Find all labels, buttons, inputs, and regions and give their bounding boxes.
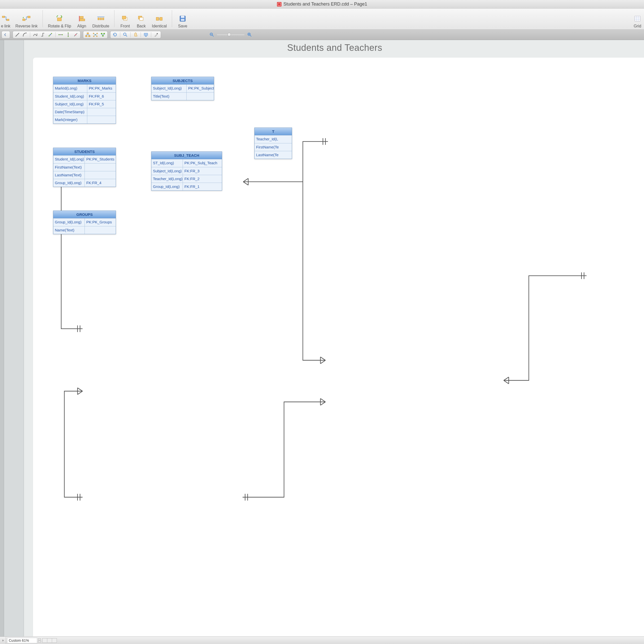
save-button[interactable]: Save — [177, 14, 188, 28]
svg-rect-5 — [80, 16, 83, 18]
svg-rect-1 — [7, 19, 9, 21]
save-label: Save — [178, 24, 187, 28]
field-label: Mark(Integer) — [53, 116, 87, 124]
line-tool[interactable] — [15, 32, 20, 37]
svg-rect-19 — [181, 16, 184, 18]
ribbon-separator — [172, 10, 172, 27]
key-label: FK:FR_5 — [87, 100, 116, 108]
rotate-icon — [55, 14, 64, 23]
svg-rect-36 — [86, 35, 87, 37]
pan-tool[interactable] — [133, 32, 138, 37]
svg-rect-8 — [98, 18, 99, 20]
radial-layout-tool[interactable] — [93, 32, 98, 37]
align-icon — [77, 14, 86, 23]
field-label: Student_Id(Long) — [53, 155, 85, 163]
align-button[interactable]: Align — [76, 14, 87, 28]
view-mode-buttons[interactable] — [42, 638, 57, 643]
presentation-tool[interactable] — [143, 32, 148, 37]
svg-rect-21 — [635, 16, 640, 21]
svg-rect-4 — [57, 18, 61, 21]
entity-teachers[interactable]: T Teacher_Id(L FirstName(Te LastName(Te — [254, 128, 292, 159]
field-label: Group_Id(Long) — [151, 183, 183, 190]
front-button[interactable]: Front — [119, 14, 131, 28]
status-bar: Custom 61% — [0, 636, 644, 644]
svg-rect-10 — [102, 18, 104, 20]
key-label: PK:PK_Marks — [87, 85, 116, 92]
eyedropper-tool[interactable] — [154, 32, 159, 37]
field-label: Group_Id(Long) — [53, 179, 85, 187]
key-label: FK:FR_6 — [87, 93, 116, 100]
rotate-flip-button[interactable]: Rotate & Flip — [48, 14, 71, 28]
entity-body: Group_Id(Long)PK:PK_Groups Name(Text) — [53, 218, 116, 234]
zoom-out-button[interactable] — [209, 32, 214, 37]
zoom-slider[interactable] — [209, 32, 252, 37]
refresh-tool[interactable] — [112, 32, 117, 37]
svg-rect-2 — [23, 19, 25, 21]
send-back-icon — [137, 14, 146, 23]
ribbon-toolbar: e link Reverse link Rotate & Flip Align … — [0, 9, 644, 30]
entity-groups[interactable]: GROUPS Group_Id(Long)PK:PK_Groups Name(T… — [53, 211, 116, 234]
zoom-tool[interactable] — [123, 32, 128, 37]
field-label: Teacher_Id(Long) — [151, 175, 183, 183]
arc-tool[interactable] — [22, 32, 27, 37]
break-tool[interactable] — [73, 32, 78, 37]
entity-subjects[interactable]: SUBJECTS Subject_Id(Long)PK:PK_Subjects … — [151, 77, 214, 100]
svg-point-46 — [124, 33, 126, 35]
svg-point-33 — [68, 36, 69, 37]
svg-rect-20 — [181, 19, 184, 21]
entity-header: T — [255, 128, 292, 135]
zoom-level-select[interactable]: Custom 61% — [7, 638, 37, 643]
entity-body: Teacher_Id(L FirstName(Te LastName(Te — [255, 135, 292, 159]
key-label — [85, 164, 116, 171]
zoom-thumb[interactable] — [227, 33, 231, 36]
entity-subj-teach[interactable]: SUBJ_TEACH ST_Id(Long)PK:PK_Subj_Teach S… — [151, 151, 222, 191]
svg-rect-16 — [156, 17, 159, 20]
entity-header: GROUPS — [53, 211, 116, 218]
identical-icon — [155, 14, 164, 23]
elbow-tool[interactable] — [40, 32, 45, 37]
tree-layout-tool[interactable] — [85, 32, 90, 37]
diagram-title: Students and Teachers — [24, 43, 644, 53]
distribute-button[interactable]: Distribute — [92, 14, 109, 28]
hsegment-tool[interactable] — [58, 32, 63, 37]
grid-icon — [633, 14, 642, 23]
svg-point-34 — [75, 34, 76, 35]
zoom-in-button[interactable] — [247, 32, 252, 37]
link-icon — [1, 14, 10, 23]
field-label: Date(TimeStamp) — [53, 108, 87, 116]
node-insert-tool[interactable] — [48, 32, 53, 37]
field-label: FirstName(Te — [255, 143, 292, 151]
reverse-link-button[interactable]: Reverse link — [15, 14, 37, 28]
reverse-link-label: Reverse link — [15, 24, 37, 28]
key-label — [85, 226, 116, 234]
prev-page-button[interactable] — [3, 32, 8, 37]
link-label: e link — [1, 24, 10, 28]
connector-tools-group — [13, 31, 81, 38]
vsegment-tool[interactable] — [66, 32, 71, 37]
vertical-ruler — [0, 40, 4, 636]
entity-students[interactable]: STUDENTS Student_Id(Long)PK:PK_Students … — [53, 148, 116, 187]
key-label: PK:PK_Subjects — [187, 85, 214, 92]
entity-header: SUBJ_TEACH — [151, 152, 222, 159]
identical-button[interactable]: Identical — [152, 14, 167, 28]
entity-body: Student_Id(Long)PK:PK_Students FirstName… — [53, 155, 116, 187]
key-label — [87, 108, 116, 116]
zoom-track[interactable] — [217, 34, 245, 35]
entity-body: Subject_Id(Long)PK:PK_Subjects Title(Tex… — [151, 85, 214, 100]
save-icon — [178, 14, 187, 23]
window-titlebar: Students and Teachers ERD.cdd – Page1 — [0, 0, 644, 9]
cluster-layout-tool[interactable] — [100, 32, 105, 37]
statusbar-prev-icon[interactable] — [0, 637, 6, 644]
distribute-icon — [96, 14, 105, 23]
spline-tool[interactable] — [33, 32, 38, 37]
link-button[interactable]: e link — [1, 14, 10, 28]
document-icon — [277, 2, 281, 7]
entity-marks[interactable]: MARKS MarkId(Long)PK:PK_Marks Student_Id… — [53, 77, 116, 124]
back-button[interactable]: Back — [136, 14, 147, 28]
svg-point-32 — [68, 32, 69, 33]
svg-rect-9 — [100, 18, 102, 20]
canvas-workspace[interactable]: Students and Teachers — [0, 40, 644, 636]
grid-button[interactable]: Grid — [632, 14, 643, 28]
zoom-stepper[interactable] — [38, 638, 41, 642]
field-label: Subject_Id(Long) — [53, 100, 87, 108]
